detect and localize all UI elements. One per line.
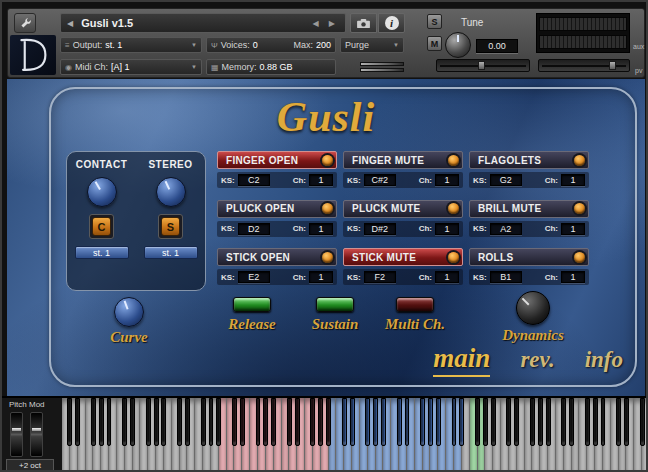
- stereo-toggle-button[interactable]: S: [161, 217, 180, 236]
- piano-black-key[interactable]: [506, 398, 511, 446]
- tab-main[interactable]: main: [433, 343, 490, 377]
- ch-value[interactable]: 1: [561, 271, 585, 283]
- ch-value[interactable]: 1: [435, 271, 459, 283]
- piano-black-key[interactable]: [310, 398, 315, 446]
- piano-black-key[interactable]: [91, 398, 96, 446]
- piano-black-key[interactable]: [256, 398, 261, 446]
- pan-slider-handle[interactable]: [478, 61, 485, 70]
- release-switch[interactable]: Release: [218, 297, 286, 333]
- piano-black-key[interactable]: [616, 398, 621, 446]
- piano-black-key[interactable]: [271, 398, 276, 446]
- minimize-arrow-icon[interactable]: ◀: [67, 19, 73, 28]
- piano-keyboard[interactable]: [62, 398, 648, 472]
- articulation-rolls[interactable]: ROLLS KS: B1 Ch: 1: [469, 248, 589, 291]
- piano-black-key[interactable]: [585, 398, 590, 446]
- piano-black-key[interactable]: [209, 398, 214, 446]
- piano-black-key[interactable]: [601, 398, 606, 446]
- piano-black-key[interactable]: [436, 398, 441, 446]
- articulation-flagolets[interactable]: FLAGOLETS KS: G2 Ch: 1: [469, 151, 589, 194]
- piano-black-key[interactable]: [295, 398, 300, 446]
- piano-black-key[interactable]: [146, 398, 151, 446]
- piano-black-key[interactable]: [405, 398, 410, 446]
- tune-knob[interactable]: [445, 32, 471, 58]
- piano-black-key[interactable]: [99, 398, 104, 446]
- contact-output-chip[interactable]: st. 1: [75, 246, 129, 259]
- piano-black-key[interactable]: [177, 398, 182, 446]
- stereo-knob[interactable]: [156, 177, 186, 207]
- ks-value[interactable]: G2: [490, 174, 522, 186]
- articulation-header[interactable]: FLAGOLETS: [469, 151, 589, 169]
- output-selector[interactable]: ≡ Output: st. 1 ▼: [60, 37, 202, 53]
- contact-knob[interactable]: [87, 177, 117, 207]
- piano-black-key[interactable]: [232, 398, 237, 446]
- articulation-led[interactable]: [322, 155, 333, 166]
- snapshot-button[interactable]: [350, 13, 377, 33]
- tab-info[interactable]: info: [585, 347, 623, 373]
- stereo-output-chip[interactable]: st. 1: [144, 246, 198, 259]
- articulation-led[interactable]: [574, 155, 585, 166]
- piano-black-key[interactable]: [130, 398, 135, 446]
- solo-button[interactable]: S: [427, 14, 442, 29]
- piano-black-key[interactable]: [475, 398, 480, 446]
- articulation-finger-mute[interactable]: FINGER MUTE KS: C#2 Ch: 1: [343, 151, 463, 194]
- ch-value[interactable]: 1: [309, 174, 333, 186]
- piano-black-key[interactable]: [67, 398, 72, 446]
- articulation-header[interactable]: PLUCK OPEN: [217, 200, 337, 218]
- piano-black-key[interactable]: [459, 398, 464, 446]
- piano-black-key[interactable]: [420, 398, 425, 446]
- piano-black-key[interactable]: [342, 398, 347, 446]
- octave-shift-button[interactable]: +2 oct: [6, 459, 54, 471]
- articulation-led[interactable]: [574, 203, 585, 214]
- articulation-led[interactable]: [322, 252, 333, 263]
- pitch-wheel[interactable]: [10, 412, 23, 457]
- piano-black-key[interactable]: [373, 398, 378, 446]
- edit-instrument-button[interactable]: [14, 13, 36, 33]
- piano-black-key[interactable]: [546, 398, 551, 446]
- multi-channel-led[interactable]: [396, 297, 434, 312]
- piano-black-key[interactable]: [381, 398, 386, 446]
- articulation-led[interactable]: [448, 203, 459, 214]
- piano-black-key[interactable]: [201, 398, 206, 446]
- piano-black-key[interactable]: [640, 398, 645, 446]
- piano-black-key[interactable]: [161, 398, 166, 446]
- next-instrument-icon[interactable]: ▶: [329, 19, 339, 28]
- articulation-header[interactable]: BRILL MUTE: [469, 200, 589, 218]
- ks-value[interactable]: C2: [238, 174, 270, 186]
- release-led[interactable]: [233, 297, 271, 312]
- piano-black-key[interactable]: [326, 398, 331, 446]
- ch-value[interactable]: 1: [309, 223, 333, 235]
- piano-black-key[interactable]: [107, 398, 112, 446]
- articulation-stick-open[interactable]: STICK OPEN KS: E2 Ch: 1: [217, 248, 337, 291]
- piano-black-key[interactable]: [263, 398, 268, 446]
- info-button[interactable]: i: [378, 13, 405, 33]
- articulation-header[interactable]: STICK OPEN: [217, 248, 337, 266]
- piano-black-key[interactable]: [216, 398, 221, 446]
- piano-black-key[interactable]: [428, 398, 433, 446]
- piano-black-key[interactable]: [365, 398, 370, 446]
- tab-rev[interactable]: rev.: [520, 347, 554, 373]
- piano-black-key[interactable]: [538, 398, 543, 446]
- ch-value[interactable]: 1: [435, 174, 459, 186]
- piano-black-key[interactable]: [185, 398, 190, 446]
- articulation-header[interactable]: FINGER OPEN: [217, 151, 337, 169]
- piano-black-key[interactable]: [287, 398, 292, 446]
- piano-black-key[interactable]: [561, 398, 566, 446]
- contact-toggle-button[interactable]: C: [92, 217, 111, 236]
- piano-black-key[interactable]: [569, 398, 574, 446]
- ks-value[interactable]: D#2: [364, 223, 396, 235]
- ks-value[interactable]: D2: [238, 223, 270, 235]
- piano-black-key[interactable]: [318, 398, 323, 446]
- multi-channel-switch[interactable]: Multi Ch.: [381, 297, 449, 333]
- ks-value[interactable]: C#2: [364, 174, 396, 186]
- volume-slider[interactable]: [538, 59, 630, 72]
- pan-slider[interactable]: [436, 59, 530, 72]
- sustain-led[interactable]: [316, 297, 354, 312]
- tune-value[interactable]: 0.00: [476, 39, 518, 53]
- articulation-header[interactable]: FINGER MUTE: [343, 151, 463, 169]
- pv-toggle[interactable]: pv: [635, 67, 642, 74]
- articulation-pluck-mute[interactable]: PLUCK MUTE KS: D#2 Ch: 1: [343, 200, 463, 243]
- articulation-header[interactable]: ROLLS: [469, 248, 589, 266]
- piano-black-key[interactable]: [75, 398, 80, 446]
- articulation-brill-mute[interactable]: BRILL MUTE KS: A2 Ch: 1: [469, 200, 589, 243]
- instrument-title-bar[interactable]: ◀ Gusli v1.5 ◀ ▶: [60, 13, 346, 33]
